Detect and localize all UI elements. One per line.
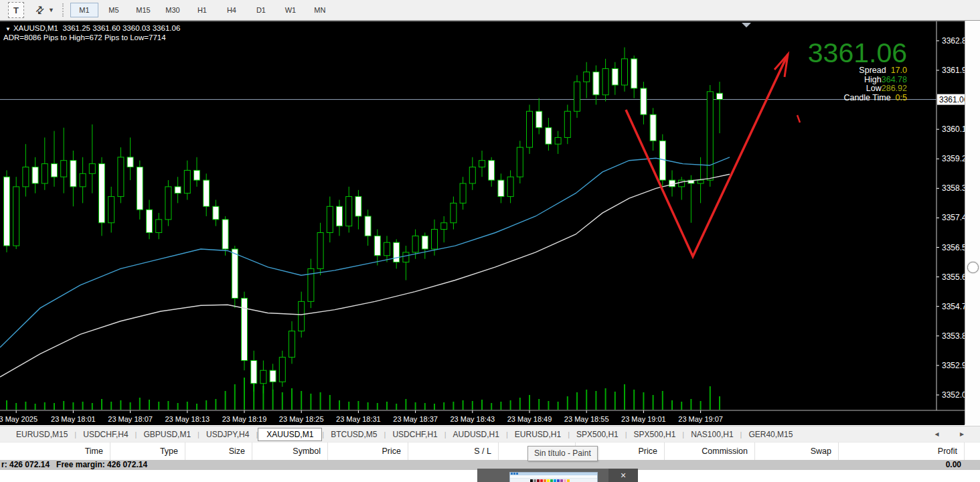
top-toolbar: T ⇄ ▼ M1M5M15M30H1H4D1W1MN — [0, 0, 980, 21]
chart-tab-nas100-h1[interactable]: NAS100,H1 — [684, 428, 740, 440]
timeframe-button-mn[interactable]: MN — [306, 3, 334, 17]
current-price-box: 3361.06 — [937, 94, 965, 105]
svg-text:3353.85: 3353.85 — [942, 331, 965, 341]
chart-tab-eurusd-m15[interactable]: EURUSD,M15 — [9, 428, 74, 440]
svg-text:23 May 18:31: 23 May 18:31 — [336, 415, 381, 423]
svg-text:3357.45: 3357.45 — [942, 213, 965, 222]
info-value: 0:5 — [891, 94, 907, 103]
svg-text:23 May 19:07: 23 May 19:07 — [678, 415, 723, 423]
chart-tab-spx500-h1[interactable]: SPX500,H1 — [627, 428, 683, 440]
info-value: 286.92 — [882, 84, 907, 94]
svg-text:23 May 19:01: 23 May 19:01 — [621, 415, 666, 423]
svg-text:3355.65: 3355.65 — [942, 272, 965, 282]
indicator-styler-icon[interactable]: ⇄ — [32, 3, 47, 17]
timeframe-button-w1[interactable]: W1 — [276, 3, 305, 17]
svg-text:23 May 18:49: 23 May 18:49 — [507, 415, 552, 423]
timeframe-button-group: M1M5M15M30H1H4D1W1MN — [70, 3, 335, 17]
timeframe-button-d1[interactable]: D1 — [247, 3, 275, 17]
info-rows: Spread17.0High364.78Low286.92Candle Time… — [808, 66, 907, 102]
adr-indicator-label: ADR=8086 Pips to High=672 Pips to Low=77… — [3, 33, 166, 42]
info-row-candle-time: Candle Time0:5 — [808, 94, 907, 103]
tab-strip-tabs: EURUSD,M15|USDCHF,H4|GBPUSD,M1|USDJPY,H4… — [9, 426, 799, 442]
info-row-low: Low286.92 — [808, 84, 907, 94]
svg-text:23 May 18:43: 23 May 18:43 — [450, 415, 495, 423]
info-label: Candle Time — [843, 94, 890, 103]
big-price-readout: 3361.06 — [808, 39, 907, 66]
table-column-header-price[interactable]: Price — [328, 443, 408, 461]
svg-text:23 May 18:07: 23 May 18:07 — [108, 415, 153, 423]
timeframe-button-m5[interactable]: M5 — [100, 3, 128, 17]
info-row-high: High364.78 — [808, 76, 907, 85]
table-column-header-time[interactable]: Time — [0, 443, 110, 461]
time-axis: 23 May 202523 May 18:0123 May 18:0723 Ma… — [0, 410, 723, 423]
chart-tab-xauusd-m1[interactable]: XAUUSD,M1 — [258, 428, 322, 441]
chart-tab-usdchf-h4[interactable]: USDCHF,H4 — [76, 428, 135, 440]
paint-color-palette — [510, 479, 597, 482]
profit-total-value: 0.00 — [946, 460, 961, 469]
svg-text:23 May 18:19: 23 May 18:19 — [222, 415, 267, 423]
paint-taskbar-tooltip: Sin título - Paint — [527, 446, 598, 461]
timeframe-button-h1[interactable]: H1 — [188, 3, 216, 17]
chart-tab-usdchf-h1[interactable]: USDCHF,H1 — [386, 428, 444, 440]
table-column-header-swap[interactable]: Swap — [755, 443, 839, 461]
svg-text:3352.05: 3352.05 — [942, 390, 965, 400]
chart-tab-strip: EURUSD,M15|USDCHF,H4|GBPUSD,M1|USDJPY,H4… — [0, 426, 980, 443]
svg-text:3358.35: 3358.35 — [942, 183, 965, 193]
svg-text:3361.95: 3361.95 — [942, 66, 965, 75]
table-column-header-symbol[interactable]: Symbol — [252, 443, 328, 461]
account-margin-text: r: 426 072.14 Free margin: 426 072.14 — [1, 460, 147, 469]
svg-text:3360.15: 3360.15 — [942, 125, 965, 134]
info-label: Low — [866, 84, 882, 94]
info-value: 364.78 — [882, 76, 907, 85]
collapse-triangle-icon[interactable]: ▼ — [5, 26, 11, 32]
svg-text:3361.06: 3361.06 — [939, 95, 965, 104]
table-column-header-sl[interactable]: S / L — [408, 443, 499, 461]
timeframe-button-h4[interactable]: H4 — [218, 3, 246, 17]
svg-text:23 May 18:55: 23 May 18:55 — [564, 415, 609, 423]
preview-close-button[interactable]: × — [608, 469, 638, 482]
svg-text:23 May 18:25: 23 May 18:25 — [279, 415, 324, 423]
svg-text:3359.25: 3359.25 — [942, 154, 965, 163]
toolbar-grip — [62, 3, 64, 17]
svg-text:3354.75: 3354.75 — [942, 302, 965, 311]
chart-tab-spx500-h1[interactable]: SPX500,H1 — [570, 428, 625, 440]
table-column-header-profit[interactable]: Profit — [839, 443, 965, 461]
svg-text:23 May 18:01: 23 May 18:01 — [51, 415, 96, 423]
paint-mini-window — [509, 472, 598, 482]
ma-fast-blue-line — [0, 157, 730, 347]
chart-tab-eurusd-h1[interactable]: EURUSD,H1 — [508, 428, 568, 440]
chart-tab-usdjpy-h4[interactable]: USDJPY,H4 — [199, 428, 256, 440]
svg-text:3356.55: 3356.55 — [942, 243, 965, 252]
volume-bars — [7, 378, 720, 410]
svg-text:3362.85: 3362.85 — [942, 36, 965, 46]
chart-tab-ger40-m15[interactable]: GER40,M15 — [742, 428, 799, 440]
chart-area[interactable]: 3362.853361.953360.153359.253358.353357.… — [0, 21, 965, 425]
text-label-tool-icon[interactable]: T — [8, 2, 24, 18]
info-label: Spread — [859, 66, 886, 76]
table-column-header-commission[interactable]: Commission — [665, 443, 755, 461]
table-column-header-size[interactable]: Size — [185, 443, 252, 461]
top-marker-triangle — [742, 23, 751, 27]
chart-tab-btcusd-m5[interactable]: BTCUSD,M5 — [324, 428, 384, 440]
svg-text:23 May 18:13: 23 May 18:13 — [165, 415, 210, 423]
tab-scroll-arrows[interactable]: ◂ ▸ — [935, 429, 973, 438]
timeframe-button-m1[interactable]: M1 — [70, 3, 98, 17]
red-small-mark — [797, 115, 800, 123]
timeframe-button-m15[interactable]: M15 — [129, 3, 157, 17]
chart-tab-gbpusd-m1[interactable]: GBPUSD,M1 — [137, 428, 197, 440]
timeframe-button-m30[interactable]: M30 — [159, 3, 187, 17]
table-column-header-type[interactable]: Type — [110, 443, 185, 461]
scroll-knob[interactable] — [967, 262, 979, 273]
swap-arrows-icon: ⇄ — [32, 3, 47, 17]
svg-text:23 May 18:37: 23 May 18:37 — [393, 415, 438, 423]
info-value: 17.0 — [886, 66, 907, 76]
svg-text:3352.95: 3352.95 — [942, 361, 965, 370]
right-side-strip — [965, 21, 980, 424]
mt4-window: T ⇄ ▼ M1M5M15M30H1H4D1W1MN 3362.853361.9… — [0, 0, 980, 482]
dropdown-caret-icon[interactable]: ▼ — [48, 7, 54, 13]
paint-thumbnail-preview[interactable]: × — [477, 469, 638, 482]
info-label: High — [864, 76, 882, 85]
price-info-overlay: 3361.06 Spread17.0High364.78Low286.92Can… — [808, 39, 907, 102]
chart-tab-audusd-h1[interactable]: AUDUSD,H1 — [446, 428, 506, 440]
trade-table-header: TimeTypeSizeSymbolPriceS / LPriceCommiss… — [0, 442, 980, 461]
